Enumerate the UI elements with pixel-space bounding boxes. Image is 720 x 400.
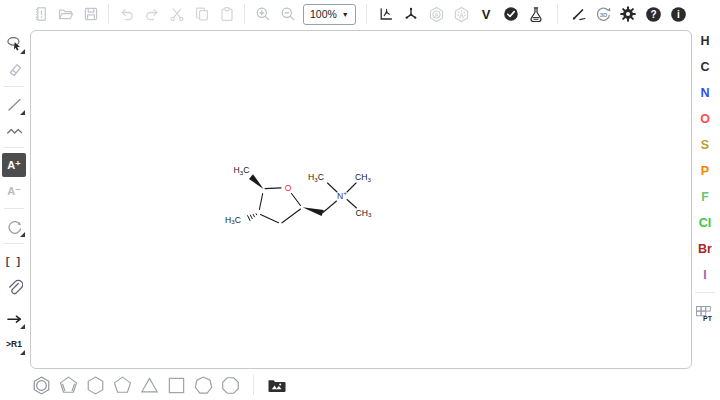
- cyclohexane-icon: [85, 375, 106, 396]
- aromatize-button[interactable]: A: [424, 2, 449, 26]
- open-button[interactable]: [53, 2, 78, 26]
- atom-buttons: HCNOSPFClBrI: [693, 28, 717, 288]
- template-cycloheptane-button[interactable]: [190, 372, 217, 398]
- svg-text:i: i: [677, 9, 680, 20]
- settings-button[interactable]: [616, 2, 641, 26]
- template-cyclohexane-button[interactable]: [82, 372, 109, 398]
- template-cyclopropane-button[interactable]: [136, 372, 163, 398]
- atom-button-S[interactable]: S: [693, 132, 717, 158]
- atom-button-O[interactable]: O: [693, 106, 717, 132]
- attachment-point-button[interactable]: [2, 275, 26, 299]
- zoom-level-value: 100%: [310, 8, 337, 20]
- drawing-canvas[interactable]: H3CH3COH3CCH3N+CH3: [30, 30, 692, 369]
- atom-button-Br[interactable]: Br: [693, 236, 717, 262]
- save-button[interactable]: [78, 2, 103, 26]
- layout-button[interactable]: [374, 2, 399, 26]
- atom-label-CH3: CH3: [355, 172, 371, 183]
- divider: [4, 147, 24, 148]
- atom-button-Cl[interactable]: Cl: [693, 210, 717, 236]
- copy-button[interactable]: [189, 2, 214, 26]
- svg-text:V: V: [482, 7, 491, 22]
- atom-button-N[interactable]: N: [693, 80, 717, 106]
- redo-button[interactable]: [139, 2, 164, 26]
- divider: [4, 208, 24, 209]
- left-toolbar: A⁺ A⁻ [ ] >R1: [0, 30, 28, 357]
- open-folder-icon: [57, 6, 74, 22]
- cyclopentane-icon: [112, 375, 133, 396]
- submenu-corner: [20, 49, 25, 54]
- miew-3d-button[interactable]: 3D: [591, 2, 616, 26]
- clean-up-button[interactable]: [399, 2, 424, 26]
- help-icon: ?: [645, 6, 662, 23]
- clean-up-icon: [403, 6, 419, 22]
- svg-text:3D: 3D: [600, 11, 608, 17]
- cyclobutane-icon: [166, 375, 187, 396]
- atom-button-H[interactable]: H: [693, 28, 717, 54]
- periodic-table-button[interactable]: PT: [693, 302, 717, 326]
- submenu-corner: [20, 110, 25, 115]
- zoom-level-select[interactable]: 100% ▼: [303, 4, 356, 25]
- select-lasso-button[interactable]: [2, 31, 26, 55]
- charge-minus-button[interactable]: A⁻: [2, 179, 26, 203]
- redo-icon: [144, 6, 160, 22]
- zoom-out-button[interactable]: [275, 2, 300, 26]
- svg-text:A: A: [434, 11, 438, 17]
- charge-plus-button[interactable]: A⁺: [2, 153, 26, 177]
- atom-toolbar: HCNOSPFClBrI PT: [692, 28, 718, 327]
- atom-button-F[interactable]: F: [693, 184, 717, 210]
- atom-button-C[interactable]: C: [693, 54, 717, 80]
- cycloheptane-icon: [193, 375, 214, 396]
- miew-3d-icon: 3D: [595, 6, 612, 23]
- stylus-icon: [570, 6, 587, 22]
- template-benzene-button[interactable]: [28, 372, 55, 398]
- divider: [557, 4, 558, 24]
- submenu-corner: [20, 324, 25, 329]
- divider: [244, 4, 245, 24]
- template-cyclobutane-button[interactable]: [163, 372, 190, 398]
- calculate-cip-button[interactable]: V: [474, 2, 499, 26]
- clear-canvas-button[interactable]: [28, 2, 53, 26]
- zoom-in-button[interactable]: [250, 2, 275, 26]
- paste-button[interactable]: [214, 2, 239, 26]
- atom-label-O: O: [285, 183, 292, 193]
- check-structure-icon: [503, 6, 519, 22]
- template-library-button[interactable]: [263, 372, 290, 398]
- chain-button[interactable]: [2, 118, 26, 142]
- gear-icon: [619, 5, 637, 23]
- template-cyclooctane-button[interactable]: [217, 372, 244, 398]
- atom-label-H3C: H3C: [308, 172, 324, 183]
- divider: [4, 243, 24, 244]
- calculated-values-flask-icon: [528, 6, 544, 22]
- reaction-arrow-button[interactable]: [2, 306, 26, 330]
- recognize-molecule-button[interactable]: [566, 2, 591, 26]
- paperclip-icon: [6, 279, 23, 296]
- molecule-structure[interactable]: H3CH3COH3CCH3N+CH3: [31, 31, 691, 368]
- sgroup-button[interactable]: [ ]: [2, 249, 26, 273]
- zoom-in-icon: [255, 6, 271, 22]
- cut-button[interactable]: [164, 2, 189, 26]
- svg-text:A: A: [459, 11, 463, 17]
- single-bond-button[interactable]: [2, 92, 26, 116]
- dearomatize-button[interactable]: A: [449, 2, 474, 26]
- help-button[interactable]: ?: [641, 2, 666, 26]
- atom-button-I[interactable]: I: [693, 262, 717, 288]
- undo-button[interactable]: [114, 2, 139, 26]
- svg-text:?: ?: [650, 9, 656, 20]
- rotate-button[interactable]: [2, 214, 26, 238]
- erase-button[interactable]: [2, 57, 26, 81]
- divider: [366, 4, 367, 24]
- rgroup-label-button[interactable]: >R1: [2, 332, 26, 356]
- benzene-icon: [31, 375, 52, 396]
- template-cyclopentane-button[interactable]: [109, 372, 136, 398]
- check-structure-button[interactable]: [499, 2, 524, 26]
- about-button[interactable]: i: [666, 2, 691, 26]
- molecule-atom-labels: H3CH3COH3CCH3N+CH3: [225, 165, 372, 225]
- template-cyclopentadiene-button[interactable]: [55, 372, 82, 398]
- info-icon: i: [670, 6, 687, 23]
- copy-icon: [194, 6, 210, 22]
- cyclopropane-icon: [139, 375, 160, 396]
- atom-button-P[interactable]: P: [693, 158, 717, 184]
- calculated-values-button[interactable]: [524, 2, 549, 26]
- save-floppy-icon: [83, 6, 99, 22]
- aromatize-icon: A: [428, 6, 445, 23]
